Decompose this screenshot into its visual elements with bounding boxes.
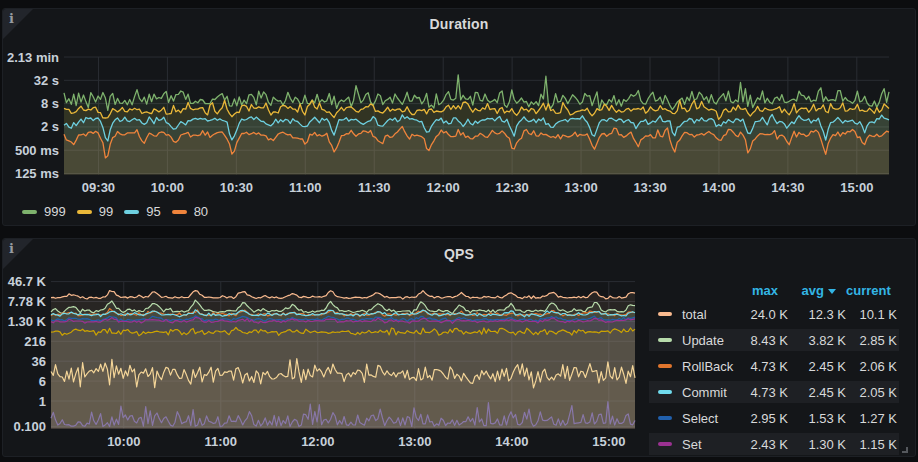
legend-swatch: [658, 312, 672, 316]
legend-swatch: [658, 442, 672, 446]
legend-value-avg: 12.3 K: [788, 307, 846, 322]
duration-legend: 999999580: [22, 204, 208, 219]
x-tick-label: 12:00: [427, 180, 460, 195]
legend-value-current: 1.15 K: [846, 437, 899, 452]
x-tick-label: 13:00: [398, 434, 431, 449]
legend-label[interactable]: Select: [672, 411, 741, 426]
x-tick-label: 13:30: [633, 180, 666, 195]
y-tick-label: 7.78 K: [8, 294, 47, 309]
legend-row-Select: Select2.95 K1.53 K1.27 K: [649, 407, 899, 429]
legend-swatch: [172, 210, 187, 214]
y-tick-label: 1.30 K: [8, 314, 47, 329]
panel-qps: i QPS 0.10016362161.30 K7.78 K46.7 K10:0…: [2, 238, 916, 457]
x-tick-label: 12:30: [495, 180, 528, 195]
x-tick-label: 09:30: [82, 180, 115, 195]
legend-col-current[interactable]: current: [846, 283, 899, 298]
y-tick-label: 36: [32, 354, 46, 369]
legend-item-95[interactable]: 95: [124, 204, 160, 219]
legend-value-max: 2.43 K: [741, 437, 788, 452]
legend-col-avg[interactable]: avg: [788, 283, 846, 298]
legend-value-avg: 2.45 K: [788, 385, 846, 400]
legend-label[interactable]: total: [672, 307, 741, 322]
y-tick-label: 500 ms: [15, 143, 59, 158]
legend-value-current: 1.27 K: [846, 411, 899, 426]
qps-legend-table: maxavgcurrenttotal24.0 K12.3 K10.1 KUpda…: [649, 280, 899, 459]
legend-col-max[interactable]: max: [741, 283, 788, 298]
legend-swatch: [658, 338, 672, 342]
y-tick-label: 46.7 K: [8, 274, 47, 289]
legend-swatch: [124, 210, 139, 214]
x-tick-label: 11:00: [204, 434, 237, 449]
y-tick-label: 216: [24, 334, 46, 349]
legend-swatch: [22, 210, 37, 214]
x-tick-label: 10:30: [220, 180, 253, 195]
legend-row-RollBack: RollBack4.73 K2.45 K2.06 K: [649, 355, 899, 377]
legend-label: 99: [99, 204, 113, 219]
legend-value-avg: 2.45 K: [788, 359, 846, 374]
dashboard: {"page":{"bg":"#0c0d0f"},"panels":[{"tit…: [0, 0, 918, 462]
legend-swatch: [658, 416, 672, 420]
legend-value-max: 24.0 K: [741, 307, 788, 322]
x-tick-label: 11:30: [358, 180, 391, 195]
legend-label[interactable]: Set: [672, 437, 741, 452]
legend-value-current: 2.05 K: [846, 385, 899, 400]
x-tick-label: 10:00: [107, 434, 140, 449]
x-tick-label: 13:00: [564, 180, 597, 195]
legend-value-avg: 1.53 K: [788, 411, 846, 426]
legend-value-max: 4.73 K: [741, 359, 788, 374]
legend-row-Update: Update8.43 K3.82 K2.85 K: [649, 329, 899, 351]
y-tick-label: 6: [39, 374, 46, 389]
x-tick-label: 12:00: [301, 434, 334, 449]
legend-value-max: 8.43 K: [741, 333, 788, 348]
legend-swatch: [77, 210, 92, 214]
legend-value-max: 2.95 K: [741, 411, 788, 426]
duration-chart: 125 ms500 ms2 s8 s32 s2.13 min09:3010:00…: [3, 9, 917, 227]
legend-value-current: 2.85 K: [846, 333, 899, 348]
y-tick-label: 32 s: [34, 73, 59, 88]
x-tick-label: 15:00: [592, 434, 625, 449]
legend-label: 80: [194, 204, 208, 219]
legend-value-avg: 1.30 K: [788, 437, 846, 452]
y-tick-label: 2 s: [41, 119, 59, 134]
legend-value-current: 2.06 K: [846, 359, 899, 374]
legend-label: 95: [146, 204, 160, 219]
x-tick-label: 10:00: [151, 180, 184, 195]
legend-value-max: 4.73 K: [741, 385, 788, 400]
series-fills: [64, 75, 889, 175]
legend-item-80[interactable]: 80: [172, 204, 208, 219]
x-tick-label: 14:00: [495, 434, 528, 449]
legend-value-current: 10.1 K: [846, 307, 899, 322]
y-tick-label: 125 ms: [15, 166, 59, 181]
legend-row-Commit: Commit4.73 K2.45 K2.05 K: [649, 381, 899, 403]
x-tick-label: 11:00: [289, 180, 322, 195]
legend-label[interactable]: RollBack: [672, 359, 741, 374]
legend-item-999[interactable]: 999: [22, 204, 66, 219]
panel-resize-handle[interactable]: [902, 447, 908, 453]
y-tick-label: 8 s: [41, 96, 59, 111]
legend-swatch: [658, 364, 672, 368]
legend-label: 999: [44, 204, 66, 219]
y-tick-label: 2.13 min: [7, 50, 59, 65]
legend-row-Set: Set2.43 K1.30 K1.15 K: [649, 433, 899, 455]
panel-duration: i Duration 125 ms500 ms2 s8 s32 s2.13 mi…: [2, 8, 916, 226]
x-tick-label: 15:00: [840, 180, 873, 195]
legend-value-avg: 3.82 K: [788, 333, 846, 348]
y-tick-label: 0.100: [13, 419, 46, 434]
x-tick-label: 14:00: [702, 180, 735, 195]
legend-table-header: maxavgcurrent: [649, 280, 899, 300]
legend-label[interactable]: Commit: [672, 385, 741, 400]
sort-caret-down-icon: [828, 289, 836, 294]
x-tick-label: 14:30: [771, 180, 804, 195]
legend-item-99[interactable]: 99: [77, 204, 113, 219]
y-tick-label: 1: [39, 394, 46, 409]
legend-row-total: total24.0 K12.3 K10.1 K: [649, 303, 899, 325]
legend-label[interactable]: Update: [672, 333, 741, 348]
legend-swatch: [658, 390, 672, 394]
